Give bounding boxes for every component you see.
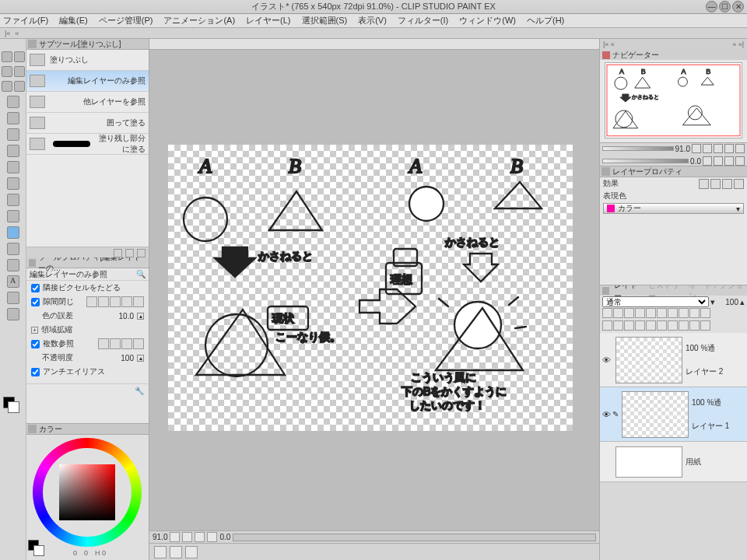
subtool-enclose[interactable]: 囲って塗る — [26, 113, 149, 134]
rotate-cw-icon[interactable] — [714, 156, 723, 166]
nav-first-icon[interactable]: |« — [5, 30, 10, 37]
subtool-tab[interactable]: サブツール[塗りつぶし] — [26, 39, 149, 50]
gap-checkbox[interactable] — [31, 298, 40, 306]
tool-pen[interactable] — [7, 112, 19, 124]
tool-operation[interactable] — [2, 66, 12, 77]
tool-eraser[interactable] — [7, 194, 19, 206]
tool-airbrush[interactable] — [7, 161, 19, 173]
cel-icon[interactable] — [185, 546, 198, 558]
flip-h-icon[interactable] — [735, 156, 745, 166]
tool-zoom[interactable] — [2, 51, 12, 62]
svg-text:かさねると: かさねると — [445, 236, 500, 248]
menu-window[interactable]: ウィンドウ(W) — [459, 15, 516, 26]
rotate-slider[interactable] — [602, 159, 689, 163]
stepper-up[interactable]: ▴ — [137, 355, 144, 362]
layer-row[interactable]: 👁100 %通レイヤー 2 — [600, 333, 747, 387]
trash-icon[interactable] — [137, 249, 146, 257]
tool-marquee[interactable] — [2, 81, 12, 92]
menu-help[interactable]: ヘルプ(H) — [527, 15, 564, 26]
subtool-leftover[interactable]: 塗り残し部分に塗る — [26, 134, 149, 155]
tool-wand[interactable] — [14, 81, 25, 92]
subtool-edit-layer-only[interactable]: 編集レイヤーのみ参照 — [26, 71, 149, 92]
svg-text:B: B — [289, 155, 301, 177]
rotate-reset-icon[interactable] — [724, 156, 734, 166]
zoom-in-icon[interactable] — [703, 144, 712, 153]
menu-edit[interactable]: 編集(E) — [59, 15, 88, 26]
effect-layer-icon[interactable] — [722, 179, 732, 189]
layer-row-paper[interactable]: 用紙 — [600, 442, 747, 482]
navigator-thumb[interactable]: ABAB かさねると — [605, 62, 742, 138]
menu-filter[interactable]: フィルター(I) — [398, 15, 448, 26]
tool-balloon[interactable] — [7, 292, 19, 304]
hscroll[interactable] — [233, 534, 596, 541]
expression-color-select[interactable]: カラー▾ — [603, 203, 744, 214]
frame-icon[interactable] — [170, 546, 182, 558]
wrench-icon[interactable]: 🔧 — [135, 387, 144, 395]
color-square[interactable] — [59, 464, 115, 520]
grid-icon[interactable] — [735, 144, 745, 153]
effect-tone-icon[interactable] — [710, 179, 721, 189]
bucket-icon — [30, 75, 45, 87]
tool-fill[interactable] — [7, 226, 19, 239]
effect-color-icon[interactable] — [734, 179, 744, 189]
tool-move[interactable] — [14, 51, 25, 62]
layer-row[interactable]: 👁✎100 %通レイヤー 1 — [600, 387, 747, 442]
menu-anim[interactable]: アニメーション(A) — [163, 15, 235, 26]
menu-view[interactable]: 表示(V) — [358, 15, 387, 26]
zoom-slider[interactable] — [602, 146, 674, 151]
lock-icon[interactable] — [114, 249, 122, 257]
layer-thumb — [615, 337, 682, 383]
menu-page[interactable]: ページ管理(P) — [99, 15, 153, 26]
tool-text[interactable]: A — [7, 275, 19, 288]
close-button[interactable]: ✕ — [732, 1, 744, 12]
edit-icon[interactable]: ✎ — [612, 410, 619, 418]
visibility-icon[interactable]: 👁 — [600, 355, 612, 365]
rotate-ccw-icon[interactable] — [703, 156, 712, 166]
multi-checkbox[interactable] — [31, 340, 40, 348]
tool-figure[interactable] — [7, 259, 19, 271]
color-swatch[interactable] — [3, 397, 20, 414]
tool-brush[interactable] — [7, 145, 19, 157]
menu-file[interactable]: ファイル(F) — [3, 15, 48, 26]
aa-checkbox[interactable] — [31, 368, 40, 376]
tool-blend[interactable] — [7, 210, 19, 222]
maximize-button[interactable]: ☐ — [719, 1, 731, 12]
minimize-button[interactable]: — — [706, 1, 717, 12]
stepper-up[interactable]: ▴ — [137, 313, 144, 320]
menu-layer[interactable]: レイヤー(L) — [246, 15, 290, 26]
zoom-out-icon[interactable] — [692, 144, 701, 153]
palette-icon[interactable]: ▾ — [710, 297, 715, 307]
zoom-fit-icon[interactable] — [170, 532, 180, 542]
tool-gradient[interactable] — [7, 243, 19, 255]
timeline-bar — [149, 543, 599, 560]
effect-border-icon[interactable] — [699, 179, 709, 189]
tool-eyedropper[interactable] — [7, 96, 19, 108]
menu-icon[interactable] — [125, 249, 134, 257]
zoom-out-icon[interactable] — [182, 532, 192, 542]
flip-icon[interactable] — [724, 144, 734, 153]
subtool-other-layer[interactable]: 他レイヤーを参照 — [26, 92, 149, 113]
canvas[interactable]: AB AB かさねると かさねると 理想 現状 こー — [149, 50, 599, 530]
search-icon[interactable]: 🔍 — [136, 270, 146, 278]
visibility-icon[interactable]: 👁 — [600, 410, 612, 419]
subtool-fill[interactable]: 塗りつぶし — [26, 50, 149, 71]
blend-mode-select[interactable]: 通常 — [602, 296, 709, 307]
toggle[interactable]: + — [31, 327, 38, 334]
tool-palette: A — [0, 39, 26, 560]
zoom-100-icon[interactable] — [207, 532, 217, 542]
tool-pencil[interactable] — [7, 128, 19, 141]
zoom-value: 91.0 — [153, 533, 167, 541]
timeline-icon-


      [interactable] — [154, 546, 167, 558]
tool-deco[interactable] — [7, 177, 19, 190]
command-bar: |«« — [0, 28, 747, 39]
stepper[interactable]: ▴ — [740, 297, 745, 307]
nav-prev-icon[interactable]: « — [15, 30, 19, 37]
zoom-fit-icon[interactable] — [714, 144, 723, 153]
menu-select[interactable]: 選択範囲(S) — [302, 15, 348, 26]
zoom-in-icon[interactable] — [195, 532, 205, 542]
tool-ruler[interactable] — [7, 308, 19, 320]
fg-bg-swatch[interactable] — [28, 540, 45, 557]
adjacent-checkbox[interactable] — [31, 284, 40, 292]
panel-icon — [28, 40, 37, 48]
tool-layermove[interactable] — [14, 66, 25, 77]
